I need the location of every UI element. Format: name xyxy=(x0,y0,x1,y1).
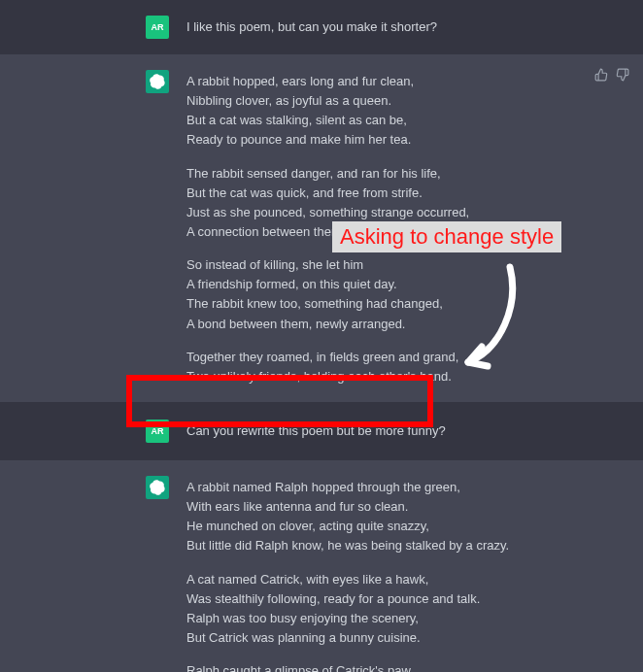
openai-logo-icon xyxy=(150,74,165,89)
poem-stanza: Together they roamed, in fields green an… xyxy=(186,348,594,386)
poem-stanza: So instead of killing, she let him A fri… xyxy=(186,255,594,334)
message-content: Can you rewrite this poem but be more fu… xyxy=(186,420,594,443)
feedback-buttons xyxy=(594,68,629,84)
user-avatar: AR xyxy=(146,420,169,443)
message-text: Can you rewrite this poem but be more fu… xyxy=(186,421,594,441)
thumbs-down-icon[interactable] xyxy=(616,68,629,84)
message-content: A rabbit named Ralph hopped through the … xyxy=(186,476,594,672)
chat-message-user: AR Can you rewrite this poem but be more… xyxy=(0,402,643,460)
assistant-avatar xyxy=(146,70,169,93)
assistant-avatar xyxy=(146,476,169,499)
poem-stanza: A rabbit named Ralph hopped through the … xyxy=(186,478,594,556)
annotation-label: Asking to change style xyxy=(332,221,561,252)
message-content: I like this poem, but can you make it sh… xyxy=(186,16,594,39)
poem-stanza: Ralph caught a glimpse of Catrick's paw,… xyxy=(186,661,594,672)
chat-message-user: AR I like this poem, but can you make it… xyxy=(0,0,643,54)
user-avatar: AR xyxy=(146,16,169,39)
poem-stanza: A cat named Catrick, with eyes like a ha… xyxy=(186,570,594,649)
message-text: I like this poem, but can you make it sh… xyxy=(186,17,594,37)
chat-message-assistant: A rabbit named Ralph hopped through the … xyxy=(0,460,643,672)
openai-logo-icon xyxy=(150,480,165,495)
thumbs-up-icon[interactable] xyxy=(594,68,608,84)
poem-stanza: A rabbit hopped, ears long and fur clean… xyxy=(186,72,594,151)
